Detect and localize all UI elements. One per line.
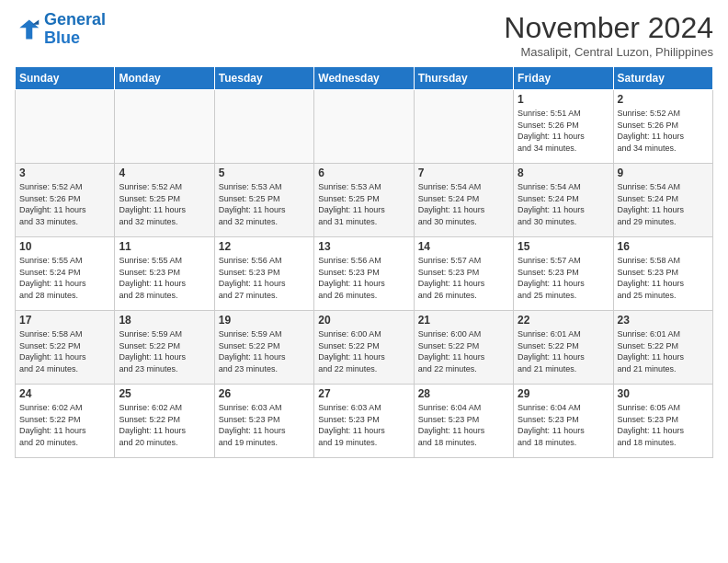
calendar-cell: 30Sunrise: 6:05 AM Sunset: 5:23 PM Dayli… — [613, 385, 712, 458]
day-number: 29 — [518, 387, 609, 400]
calendar-cell: 10Sunrise: 5:55 AM Sunset: 5:24 PM Dayli… — [16, 237, 115, 311]
day-info: Sunrise: 5:58 AM Sunset: 5:22 PM Dayligh… — [19, 328, 110, 374]
month-title: November 2024 — [504, 11, 713, 45]
header: General Blue November 2024 Masalipit, Ce… — [15, 11, 713, 59]
weekday-header: Sunday — [16, 67, 115, 90]
day-info: Sunrise: 6:02 AM Sunset: 5:22 PM Dayligh… — [19, 402, 110, 448]
calendar-cell: 16Sunrise: 5:58 AM Sunset: 5:23 PM Dayli… — [613, 237, 712, 311]
day-info: Sunrise: 5:52 AM Sunset: 5:26 PM Dayligh… — [618, 108, 709, 154]
title-block: November 2024 Masalipit, Central Luzon, … — [504, 11, 713, 59]
calendar-cell: 15Sunrise: 5:57 AM Sunset: 5:23 PM Dayli… — [514, 237, 613, 311]
day-number: 12 — [219, 240, 310, 253]
day-info: Sunrise: 5:52 AM Sunset: 5:25 PM Dayligh… — [119, 181, 210, 227]
weekday-header: Saturday — [613, 67, 712, 90]
day-number: 18 — [119, 314, 210, 327]
day-number: 23 — [618, 314, 709, 327]
weekday-header: Wednesday — [314, 67, 414, 90]
calendar-cell: 5Sunrise: 5:53 AM Sunset: 5:25 PM Daylig… — [214, 164, 313, 237]
calendar-cell: 9Sunrise: 5:54 AM Sunset: 5:24 PM Daylig… — [613, 164, 712, 237]
calendar-cell: 17Sunrise: 5:58 AM Sunset: 5:22 PM Dayli… — [16, 311, 115, 385]
day-info: Sunrise: 5:55 AM Sunset: 5:23 PM Dayligh… — [119, 255, 210, 301]
calendar-cell: 21Sunrise: 6:00 AM Sunset: 5:22 PM Dayli… — [414, 311, 513, 385]
day-info: Sunrise: 5:57 AM Sunset: 5:23 PM Dayligh… — [418, 255, 509, 301]
day-info: Sunrise: 6:05 AM Sunset: 5:23 PM Dayligh… — [618, 402, 709, 448]
calendar-cell: 8Sunrise: 5:54 AM Sunset: 5:24 PM Daylig… — [514, 164, 613, 237]
calendar-cell: 2Sunrise: 5:52 AM Sunset: 5:26 PM Daylig… — [613, 90, 712, 164]
logo-line1: General — [44, 10, 106, 29]
day-info: Sunrise: 5:57 AM Sunset: 5:23 PM Dayligh… — [518, 255, 609, 301]
day-number: 22 — [518, 314, 609, 327]
day-number: 8 — [518, 167, 609, 179]
day-info: Sunrise: 6:01 AM Sunset: 5:22 PM Dayligh… — [618, 328, 709, 374]
calendar-cell: 20Sunrise: 6:00 AM Sunset: 5:22 PM Dayli… — [314, 311, 414, 385]
day-number: 15 — [518, 240, 609, 253]
day-number: 5 — [219, 167, 310, 179]
day-number: 19 — [219, 314, 310, 327]
calendar-cell — [214, 90, 313, 164]
calendar-cell — [314, 90, 414, 164]
day-number: 16 — [618, 240, 709, 253]
day-number: 11 — [119, 240, 210, 253]
calendar-body: 1Sunrise: 5:51 AM Sunset: 5:26 PM Daylig… — [16, 90, 713, 458]
weekday-header: Monday — [115, 67, 214, 90]
calendar-cell — [414, 90, 513, 164]
day-number: 25 — [119, 387, 210, 400]
calendar-cell: 28Sunrise: 6:04 AM Sunset: 5:23 PM Dayli… — [414, 385, 513, 458]
calendar-cell: 19Sunrise: 5:59 AM Sunset: 5:22 PM Dayli… — [214, 311, 313, 385]
day-number: 17 — [19, 314, 110, 327]
day-info: Sunrise: 6:00 AM Sunset: 5:22 PM Dayligh… — [318, 328, 409, 374]
calendar-cell: 4Sunrise: 5:52 AM Sunset: 5:25 PM Daylig… — [115, 164, 214, 237]
day-info: Sunrise: 5:54 AM Sunset: 5:24 PM Dayligh… — [418, 181, 509, 227]
day-info: Sunrise: 6:04 AM Sunset: 5:23 PM Dayligh… — [418, 402, 509, 448]
day-info: Sunrise: 5:59 AM Sunset: 5:22 PM Dayligh… — [219, 328, 310, 374]
calendar-header: SundayMondayTuesdayWednesdayThursdayFrid… — [16, 67, 713, 90]
calendar-cell — [16, 90, 115, 164]
calendar-week-row: 3Sunrise: 5:52 AM Sunset: 5:26 PM Daylig… — [16, 164, 713, 237]
weekday-header: Thursday — [414, 67, 513, 90]
day-info: Sunrise: 6:03 AM Sunset: 5:23 PM Dayligh… — [219, 402, 310, 448]
calendar-cell: 13Sunrise: 5:56 AM Sunset: 5:23 PM Dayli… — [314, 237, 414, 311]
day-info: Sunrise: 6:04 AM Sunset: 5:23 PM Dayligh… — [518, 402, 609, 448]
logo-line2: Blue — [44, 29, 80, 47]
calendar-cell: 29Sunrise: 6:04 AM Sunset: 5:23 PM Dayli… — [514, 385, 613, 458]
calendar-cell: 27Sunrise: 6:03 AM Sunset: 5:23 PM Dayli… — [314, 385, 414, 458]
calendar-cell: 14Sunrise: 5:57 AM Sunset: 5:23 PM Dayli… — [414, 237, 513, 311]
day-info: Sunrise: 5:55 AM Sunset: 5:24 PM Dayligh… — [19, 255, 110, 301]
day-number: 24 — [19, 387, 110, 400]
calendar-week-row: 17Sunrise: 5:58 AM Sunset: 5:22 PM Dayli… — [16, 311, 713, 385]
calendar-cell: 24Sunrise: 6:02 AM Sunset: 5:22 PM Dayli… — [16, 385, 115, 458]
day-number: 4 — [119, 167, 210, 179]
day-info: Sunrise: 6:00 AM Sunset: 5:22 PM Dayligh… — [418, 328, 509, 374]
day-number: 13 — [318, 240, 409, 253]
calendar-cell: 11Sunrise: 5:55 AM Sunset: 5:23 PM Dayli… — [115, 237, 214, 311]
calendar-cell: 26Sunrise: 6:03 AM Sunset: 5:23 PM Dayli… — [214, 385, 313, 458]
logo: General Blue — [15, 11, 106, 48]
calendar-cell: 25Sunrise: 6:02 AM Sunset: 5:22 PM Dayli… — [115, 385, 214, 458]
day-info: Sunrise: 5:59 AM Sunset: 5:22 PM Dayligh… — [119, 328, 210, 374]
day-number: 30 — [618, 387, 709, 400]
calendar-cell: 7Sunrise: 5:54 AM Sunset: 5:24 PM Daylig… — [414, 164, 513, 237]
day-number: 1 — [518, 93, 609, 106]
day-info: Sunrise: 6:01 AM Sunset: 5:22 PM Dayligh… — [518, 328, 609, 374]
day-info: Sunrise: 5:54 AM Sunset: 5:24 PM Dayligh… — [518, 181, 609, 227]
day-info: Sunrise: 5:54 AM Sunset: 5:24 PM Dayligh… — [618, 181, 709, 227]
weekday-header: Tuesday — [214, 67, 313, 90]
calendar-week-row: 24Sunrise: 6:02 AM Sunset: 5:22 PM Dayli… — [16, 385, 713, 458]
day-number: 28 — [418, 387, 509, 400]
day-info: Sunrise: 5:58 AM Sunset: 5:23 PM Dayligh… — [618, 255, 709, 301]
day-info: Sunrise: 5:53 AM Sunset: 5:25 PM Dayligh… — [219, 181, 310, 227]
day-info: Sunrise: 5:56 AM Sunset: 5:23 PM Dayligh… — [219, 255, 310, 301]
day-info: Sunrise: 6:03 AM Sunset: 5:23 PM Dayligh… — [318, 402, 409, 448]
day-info: Sunrise: 5:51 AM Sunset: 5:26 PM Dayligh… — [518, 108, 609, 154]
page: General Blue November 2024 Masalipit, Ce… — [0, 0, 728, 563]
calendar-cell: 6Sunrise: 5:53 AM Sunset: 5:25 PM Daylig… — [314, 164, 414, 237]
day-info: Sunrise: 5:52 AM Sunset: 5:26 PM Dayligh… — [19, 181, 110, 227]
calendar-week-row: 1Sunrise: 5:51 AM Sunset: 5:26 PM Daylig… — [16, 90, 713, 164]
calendar-cell: 12Sunrise: 5:56 AM Sunset: 5:23 PM Dayli… — [214, 237, 313, 311]
day-number: 21 — [418, 314, 509, 327]
calendar-cell: 18Sunrise: 5:59 AM Sunset: 5:22 PM Dayli… — [115, 311, 214, 385]
day-number: 7 — [418, 167, 509, 179]
calendar-cell: 22Sunrise: 6:01 AM Sunset: 5:22 PM Dayli… — [514, 311, 613, 385]
day-number: 3 — [19, 167, 110, 179]
day-number: 14 — [418, 240, 509, 253]
